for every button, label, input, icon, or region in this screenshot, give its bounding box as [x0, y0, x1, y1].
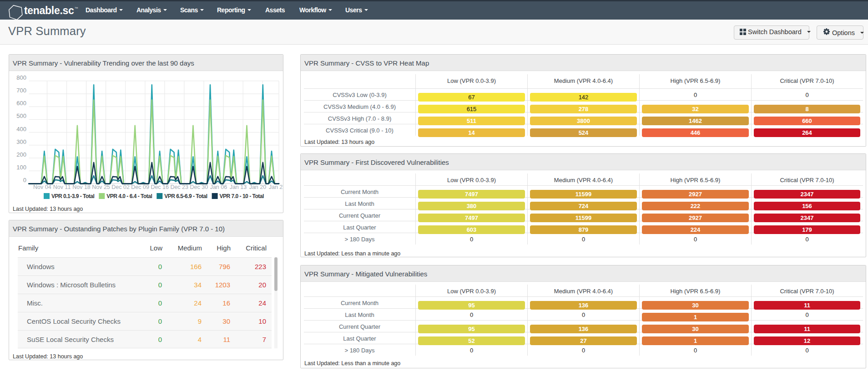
svg-text:Jan 27: Jan 27	[269, 184, 283, 190]
svg-text:Nov 18: Nov 18	[72, 184, 91, 190]
svg-text:Dec 02: Dec 02	[111, 184, 130, 190]
svg-text:VPR 0.1-3.9 - Total: VPR 0.1-3.9 - Total	[51, 193, 94, 199]
svg-text:300: 300	[16, 138, 26, 145]
svg-text:Jan 20: Jan 20	[249, 184, 267, 190]
svg-text:Jan 13: Jan 13	[230, 184, 247, 190]
svg-text:400: 400	[16, 126, 26, 132]
svg-text:VPR 7.0 - 10 - Total: VPR 7.0 - 10 - Total	[220, 193, 264, 199]
svg-text:100: 100	[16, 164, 26, 171]
svg-text:0: 0	[23, 177, 26, 183]
svg-text:Nov 04: Nov 04	[33, 184, 51, 190]
svg-text:200: 200	[16, 151, 26, 158]
svg-text:Dec 30: Dec 30	[190, 184, 208, 190]
svg-text:Dec 23: Dec 23	[170, 184, 188, 190]
svg-text:700: 700	[16, 87, 26, 94]
svg-text:600: 600	[16, 100, 26, 107]
svg-text:Nov 25: Nov 25	[92, 184, 110, 190]
svg-text:500: 500	[16, 112, 26, 119]
svg-text:VPR 4.0 - 6.4 - Total: VPR 4.0 - 6.4 - Total	[106, 193, 152, 199]
svg-text:Nov 11: Nov 11	[53, 184, 71, 190]
svg-text:Dec 09: Dec 09	[131, 184, 149, 190]
svg-text:VPR 6.5-6.9 - Total: VPR 6.5-6.9 - Total	[164, 193, 207, 199]
svg-text:Jan 06: Jan 06	[210, 184, 227, 190]
svg-text:800: 800	[16, 74, 26, 81]
svg-text:Dec 16: Dec 16	[151, 184, 169, 190]
